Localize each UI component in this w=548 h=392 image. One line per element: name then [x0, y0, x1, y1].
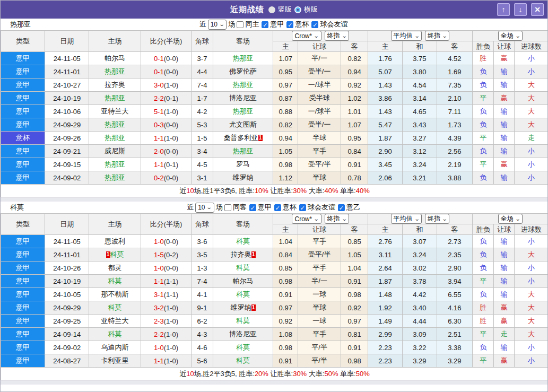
date-cell: 24-10-06 [45, 105, 89, 118]
section-1-scope-select[interactable]: 全场⌄ [498, 31, 523, 41]
move-up-button[interactable]: ↑ [497, 3, 510, 16]
away-team-cell: 科莫 [213, 262, 273, 275]
team-name-text: 热那亚 [233, 147, 254, 155]
section-2-same-venue-checkbox[interactable] [224, 204, 231, 211]
date-cell: 24-09-29 [45, 118, 89, 132]
section-divider [1, 197, 547, 202]
section-2-odds-final-select[interactable]: 终指⌄ [325, 214, 349, 224]
summary-text: 50% [356, 370, 370, 378]
team-name-text: 科莫 [236, 237, 250, 245]
chevron-down-icon: ⌄ [442, 33, 448, 39]
section-2-match-count-select[interactable]: 10⌄ [195, 203, 214, 213]
team-name-text: 科莫 [236, 317, 250, 325]
score-cell: 0-2(0-0) [141, 171, 191, 185]
radio-vertical[interactable] [268, 6, 275, 13]
avg-away-cell: 6.30 [437, 315, 472, 328]
odds-home-cell: 0.82 [273, 118, 298, 132]
handicap-result-cell: 输 [494, 171, 515, 185]
team-name-text: 拉齐奥 [231, 250, 251, 258]
result-cell: 胜 [472, 52, 494, 65]
score-cell: 0-1(0-0) [141, 52, 191, 65]
type-cell: 意甲 [1, 79, 45, 92]
section-1-same-venue-checkbox[interactable] [237, 21, 243, 28]
handicap-cell: 受平/半 [298, 158, 341, 171]
move-down-button[interactable]: ↓ [514, 3, 527, 16]
odds-away-cell: 0.97 [341, 315, 368, 328]
handicap-cell: 半球 [298, 171, 341, 185]
team-name-text: 热那亚 [105, 134, 125, 142]
section-2-league-checkbox-3[interactable]: ✓ [338, 204, 345, 211]
avg-home-cell: 3.86 [368, 92, 403, 105]
section-2-avg-final-select[interactable]: 终指⌄ [425, 214, 449, 224]
away-team-cell: 尤文图斯 [213, 118, 273, 132]
handicap-cell: 半球 [298, 301, 341, 315]
col-header-3: 比分(半场) [141, 214, 191, 235]
handicap-cell: 半球 [298, 132, 341, 145]
avg-away-cell: 7.11 [437, 105, 472, 118]
radio-horizontal[interactable] [294, 6, 301, 13]
section-1-league-checkbox-0[interactable]: ✓ [262, 21, 268, 28]
avg-home-cell: 1.87 [368, 275, 403, 288]
avg-away-cell: 3.88 [437, 171, 472, 185]
section-1-avg-final-select[interactable]: 终指⌄ [425, 31, 449, 41]
goals-result-cell: 小 [515, 52, 548, 65]
odds-home-cell: 1.08 [273, 328, 298, 341]
red-card-badge: 1 [251, 251, 256, 258]
odds-home-cell: 0.92 [273, 315, 298, 328]
section-1-odds-source-select[interactable]: Crow*⌄ [292, 31, 321, 41]
summary-cell: 近10场,胜2平3负5, 胜率:20% 让胜率:30% 大率:50% 单率:50… [1, 368, 548, 380]
fulltime-score: 2-3 [154, 317, 164, 325]
league-checkbox-label: 意杯 [283, 203, 297, 212]
type-cell: 意甲 [1, 301, 45, 315]
fulltime-score: 2-0 [154, 147, 164, 155]
corner-cell: 7-4 [192, 79, 213, 92]
goals-result-cell: 小 [515, 171, 548, 185]
halftime-score: (1-0) [164, 108, 178, 116]
away-team-cell: 科莫 [213, 354, 273, 368]
summary-text: 场,胜2平3负5, 胜率: [194, 370, 255, 378]
fulltime-score: 1-1 [154, 357, 164, 365]
handicap-result-cell: 赢 [494, 158, 515, 171]
home-team-cell: 热那亚 [89, 158, 141, 171]
section-1-league-checkbox-1[interactable]: ✓ [286, 21, 293, 28]
section-1-match-count-select[interactable]: 10⌄ [208, 20, 227, 30]
type-cell: 意杯 [1, 132, 45, 145]
team-name-text: 桑普多利亚 [224, 134, 258, 142]
score-cell: 3-0(1-0) [141, 79, 191, 92]
team-name-text: 尤文图斯 [229, 120, 257, 128]
handicap-result-cell: 输 [494, 79, 515, 92]
date-cell: 24-11-01 [45, 248, 89, 262]
chevron-down-icon: ⌄ [341, 216, 347, 222]
section-1-league-checkbox-2[interactable]: ✓ [311, 21, 318, 28]
summary-text: 大率: [307, 370, 324, 378]
handicap-result-cell: 输 [494, 288, 515, 301]
section-1-avg-select[interactable]: 平均值⌄ [391, 31, 422, 41]
section-2-odds-source-select[interactable]: Crow*⌄ [292, 214, 321, 224]
avg-draw-cell: 4.54 [402, 79, 437, 92]
goals-result-cell: 大 [515, 301, 548, 315]
section-2-scope-select[interactable]: 全场⌄ [498, 214, 523, 224]
corner-cell: 4-5 [192, 158, 213, 171]
table-row: 意甲24-10-26都灵1-0(0-0)1-3科莫0.85平手1.042.643… [1, 262, 548, 275]
avg-draw-cell: 3.09 [402, 328, 437, 341]
halftime-score: (1-1) [164, 291, 178, 299]
section-1-odds-final-select[interactable]: 终指⌄ [325, 31, 349, 41]
handicap-result-cell: 赢 [494, 301, 515, 315]
fulltime-score: 0-3 [154, 121, 164, 129]
section-2-league-checkbox-1[interactable]: ✓ [274, 204, 281, 211]
date-cell: 24-11-05 [45, 235, 89, 248]
date-cell: 24-10-05 [45, 288, 89, 301]
fulltime-score: 2-2 [154, 330, 164, 338]
down-arrow-icon: ↓ [519, 5, 523, 14]
date-cell: 24-09-21 [45, 145, 89, 158]
handicap-cell: 平手 [298, 262, 341, 275]
score-cell: 5-1(1-0) [141, 105, 191, 118]
same-venue-label: 同客 [233, 203, 247, 212]
close-button[interactable]: ✕ [531, 3, 544, 16]
section-2-avg-select[interactable]: 平均值⌄ [391, 214, 422, 224]
section-2-league-checkbox-0[interactable]: ✓ [249, 204, 256, 211]
section-2-match-count-select-value: 10 [198, 204, 205, 211]
corner-cell: 4-4 [192, 65, 213, 79]
section-2-league-checkbox-2[interactable]: ✓ [299, 204, 306, 211]
avg-home-cell: 3.45 [368, 158, 403, 171]
